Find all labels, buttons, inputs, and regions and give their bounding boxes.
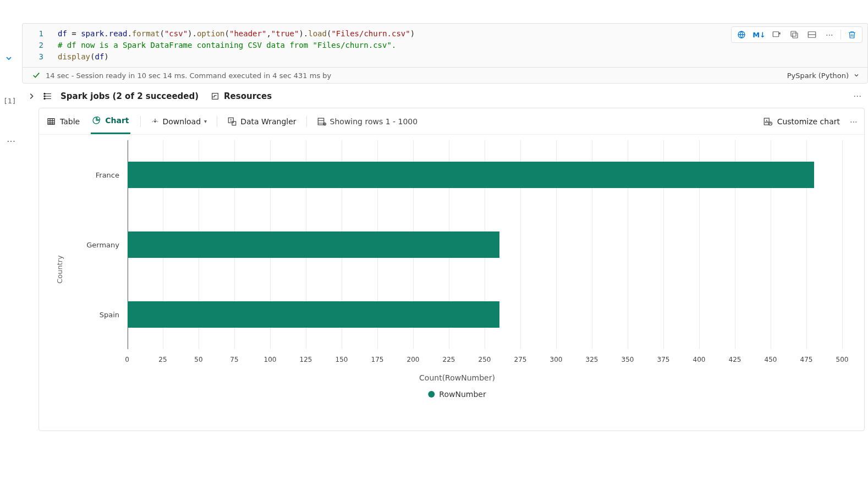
chart-canvas: Country FranceGermanySpain 0255075100125… <box>72 140 842 399</box>
line-number: 2 <box>23 40 43 51</box>
cell-action-toolbar: M↓ ⋯ <box>731 26 862 43</box>
svg-rect-11 <box>232 122 236 125</box>
toolbar-separator <box>306 116 307 127</box>
convert-to-markdown-button[interactable]: M↓ <box>751 31 767 39</box>
notebook-cell: [1] ⋯ M↓ ⋯ 1 2 3 df = spark.read.format(… <box>0 23 868 431</box>
more-actions-icon[interactable]: ⋯ <box>822 27 837 42</box>
line-number: 3 <box>23 51 43 63</box>
expand-jobs-chevron[interactable] <box>28 92 35 100</box>
line-number: 1 <box>23 28 43 40</box>
cell-execution-count: [1] <box>3 97 16 105</box>
x-tick-label: 50 <box>194 356 202 363</box>
legend-swatch <box>428 391 435 398</box>
chart-legend: RowNumber <box>428 390 486 399</box>
rows-icon <box>317 117 327 126</box>
spark-jobs-icon <box>43 91 53 101</box>
x-tick-label: 100 <box>264 356 277 363</box>
customize-chart-icon <box>763 117 773 126</box>
execution-summary-row: Spark jobs (2 of 2 succeeded) Resources … <box>22 84 868 106</box>
data-wrangler-icon <box>227 117 237 126</box>
collapse-cell-chevron[interactable] <box>4 54 13 63</box>
row-more-icon[interactable]: ⋯ <box>853 91 864 101</box>
execution-duration: 14 sec - Session ready in 10 sec 14 ms. … <box>46 71 331 80</box>
x-tick-label: 425 <box>729 356 741 363</box>
x-tick-label: 500 <box>836 356 849 363</box>
rows-info: Showing rows 1 - 1000 <box>317 117 418 126</box>
x-tick-label: 325 <box>586 356 598 363</box>
svg-rect-9 <box>48 118 54 124</box>
svg-point-5 <box>44 93 45 94</box>
y-tick-label: Spain <box>100 310 127 318</box>
line-number-gutter: 1 2 3 <box>23 24 50 67</box>
download-label: Download <box>163 117 201 126</box>
x-tick-label: 0 <box>125 356 129 363</box>
legend-label: RowNumber <box>439 390 486 399</box>
svg-rect-8 <box>212 93 218 100</box>
delete-cell-icon[interactable] <box>844 27 860 42</box>
data-wrangler-label: Data Wrangler <box>240 117 296 126</box>
tab-table-label: Table <box>60 117 80 126</box>
success-check-icon <box>32 71 40 79</box>
toolbar-separator <box>840 30 841 40</box>
x-tick-label: 400 <box>693 356 706 363</box>
code-content[interactable]: df = spark.read.format("csv").option("he… <box>50 24 419 67</box>
copy-cell-icon[interactable] <box>787 27 802 42</box>
x-axis-ticks: 0255075100125150175200225250275300325350… <box>127 356 842 367</box>
x-axis-label: Count(RowNumber) <box>419 373 495 382</box>
output-toolbar: Table Chart Download ▾ Data Wrangler Sho… <box>39 108 864 135</box>
x-tick-label: 300 <box>550 356 563 363</box>
x-tick-label: 75 <box>230 356 238 363</box>
download-button[interactable]: Download ▾ <box>151 117 207 126</box>
kernel-label: PySpark (Python) <box>787 71 849 80</box>
x-tick-label: 475 <box>800 356 813 363</box>
svg-rect-12 <box>318 118 324 125</box>
x-tick-label: 450 <box>765 356 777 363</box>
clear-output-icon[interactable] <box>769 27 784 42</box>
y-tick-label: France <box>96 171 127 179</box>
x-tick-label: 225 <box>443 356 455 363</box>
x-tick-label: 150 <box>336 356 348 363</box>
resources-button[interactable]: Resources <box>211 91 272 101</box>
chart-icon <box>92 116 101 125</box>
resources-icon <box>211 92 219 101</box>
bar-spain[interactable] <box>128 301 499 328</box>
svg-point-7 <box>44 98 45 99</box>
x-tick-label: 375 <box>657 356 670 363</box>
tab-chart-label: Chart <box>105 116 129 125</box>
svg-rect-3 <box>791 31 796 36</box>
y-axis-label: Country <box>56 255 64 284</box>
data-wrangler-button[interactable]: Data Wrangler <box>227 117 296 126</box>
chevron-down-icon: ▾ <box>204 118 207 124</box>
x-tick-label: 25 <box>158 356 167 363</box>
output-more-icon[interactable]: ⋯ <box>850 117 858 126</box>
kernel-selector[interactable]: PySpark (Python) <box>787 71 860 80</box>
toolbar-separator <box>217 116 217 127</box>
run-interactive-icon[interactable] <box>734 27 749 42</box>
toolbar-separator <box>140 116 141 127</box>
tab-table[interactable]: Table <box>46 108 81 134</box>
grid-line <box>842 140 843 349</box>
output-panel: Table Chart Download ▾ Data Wrangler Sho… <box>39 108 865 431</box>
svg-point-6 <box>44 96 45 97</box>
chevron-down-icon <box>853 72 860 79</box>
x-tick-label: 250 <box>479 356 491 363</box>
bar-france[interactable] <box>128 162 814 188</box>
toggle-output-icon[interactable] <box>804 27 820 42</box>
svg-rect-10 <box>228 118 233 123</box>
customize-label: Customize chart <box>777 117 840 126</box>
svg-rect-1 <box>773 32 779 37</box>
y-tick-label: Germany <box>86 241 127 249</box>
download-icon <box>151 117 160 126</box>
cell-status-bar: 14 sec - Session ready in 10 sec 14 ms. … <box>22 67 868 84</box>
spark-jobs-label[interactable]: Spark jobs (2 of 2 succeeded) <box>61 91 199 101</box>
resources-label: Resources <box>224 91 272 101</box>
x-tick-label: 175 <box>371 356 384 363</box>
rows-label: Showing rows 1 - 1000 <box>330 117 418 126</box>
x-tick-label: 275 <box>514 356 527 363</box>
x-tick-label: 350 <box>622 356 634 363</box>
tab-chart[interactable]: Chart <box>91 108 130 134</box>
customize-chart-button[interactable]: Customize chart <box>763 117 840 126</box>
bar-germany[interactable] <box>128 231 499 258</box>
gutter-more-icon[interactable]: ⋯ <box>7 136 16 146</box>
x-tick-label: 200 <box>407 356 420 363</box>
